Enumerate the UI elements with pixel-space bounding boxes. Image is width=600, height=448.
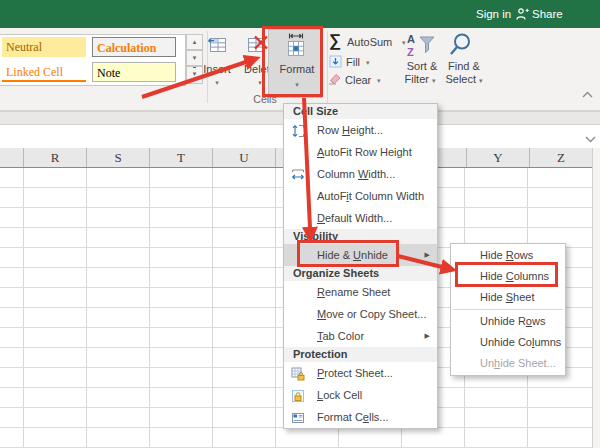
column-header-z[interactable]: Z bbox=[529, 148, 592, 167]
fill-icon bbox=[329, 54, 342, 72]
find-select-caret-icon: ▾ bbox=[479, 77, 483, 84]
menu-section-cell-size: Cell Size bbox=[284, 104, 437, 119]
find-select-icon bbox=[447, 31, 475, 63]
lock-cell-icon bbox=[291, 388, 305, 402]
gallery-scroll: ▴ ▾ ▾ bbox=[186, 34, 203, 84]
menu-item-rename-sheet[interactable]: Rename Sheet bbox=[284, 281, 437, 303]
menu-item-row-height[interactable]: Row Height... bbox=[284, 119, 437, 141]
menu-section-protection: Protection bbox=[284, 347, 437, 362]
menu-item-move-or-copy-sheet[interactable]: Move or Copy Sheet... bbox=[284, 303, 437, 325]
menu-item-lock-cell[interactable]: Lock Cell bbox=[284, 384, 437, 406]
share-person-icon bbox=[516, 7, 529, 24]
column-width-icon bbox=[291, 167, 305, 181]
menu-item-hide-unhide[interactable]: Hide & Unhide ▶ bbox=[284, 244, 437, 266]
menu-item-column-width[interactable]: Column Width... bbox=[284, 163, 437, 185]
clear-eraser-icon bbox=[327, 71, 343, 89]
menu-item-tab-color[interactable]: Tab Color ▶ bbox=[284, 325, 437, 347]
expand-formula-bar-icon[interactable] bbox=[585, 129, 596, 147]
flyout-arrow-icon: ▶ bbox=[425, 244, 430, 266]
column-header-r[interactable]: R bbox=[23, 148, 86, 167]
style-chip-linked-cell[interactable]: Linked Cell bbox=[2, 62, 86, 82]
column-header-u[interactable]: U bbox=[212, 148, 275, 167]
fill-button[interactable]: Fill bbox=[346, 56, 360, 68]
menu-item-protect-sheet[interactable]: Protect Sheet... bbox=[284, 362, 437, 384]
flyout-arrow-icon: ▶ bbox=[425, 325, 430, 347]
find-select-button[interactable]: Find & bbox=[442, 60, 486, 72]
vertical-scrollbar[interactable] bbox=[592, 148, 600, 448]
find-select-button-line2[interactable]: Select ▾ bbox=[440, 73, 488, 85]
svg-text:Z: Z bbox=[407, 46, 414, 58]
group-separator bbox=[327, 31, 328, 103]
fill-caret-icon[interactable]: ▾ bbox=[366, 59, 370, 67]
format-menu: Cell Size Row Height... AutoFit Row Heig… bbox=[283, 103, 438, 429]
sort-filter-button[interactable]: Sort & bbox=[400, 60, 444, 72]
submenu-item-hide-sheet[interactable]: Hide Sheet bbox=[451, 287, 565, 308]
sort-filter-button-line2[interactable]: Filter ▾ bbox=[398, 73, 442, 85]
insert-cells-icon bbox=[206, 33, 228, 63]
autosum-sigma-icon: ∑ bbox=[329, 31, 341, 51]
delete-cells-icon bbox=[246, 33, 270, 63]
menu-section-organize-sheets: Organize Sheets bbox=[284, 266, 437, 281]
style-chip-calculation[interactable]: Calculation bbox=[92, 37, 176, 57]
insert-caret-icon[interactable]: ▾ bbox=[195, 79, 239, 87]
column-header-y[interactable]: Y bbox=[466, 148, 529, 167]
sign-in-button[interactable]: Sign in bbox=[476, 7, 511, 21]
format-cells-size-icon bbox=[284, 31, 308, 65]
menu-item-autofit-row-height[interactable]: AutoFit Row Height bbox=[284, 141, 437, 163]
autosum-button[interactable]: AutoSum bbox=[347, 36, 392, 48]
share-button[interactable]: Share bbox=[532, 7, 563, 21]
submenu-item-unhide-sheet: Unhide Sheet... bbox=[451, 353, 565, 374]
insert-button[interactable]: Insert bbox=[195, 63, 239, 76]
submenu-item-unhide-columns[interactable]: Unhide Columns bbox=[451, 332, 565, 353]
style-chip-note[interactable]: Note bbox=[92, 62, 176, 82]
menu-section-visibility: Visibility bbox=[284, 229, 437, 244]
menu-item-autofit-column-width[interactable]: AutoFit Column Width bbox=[284, 185, 437, 207]
format-cells-dialog-icon bbox=[291, 410, 305, 424]
collapse-ribbon-icon[interactable] bbox=[582, 84, 593, 102]
sort-filter-caret-icon: ▾ bbox=[432, 77, 436, 84]
submenu-item-unhide-rows[interactable]: Unhide Rows bbox=[451, 311, 565, 332]
submenu-separator bbox=[453, 309, 563, 310]
column-header-s[interactable]: S bbox=[86, 148, 149, 167]
submenu-item-hide-columns[interactable]: Hide Columns bbox=[451, 266, 565, 287]
format-caret-icon[interactable]: ▾ bbox=[271, 81, 323, 89]
menu-item-format-cells[interactable]: Format Cells... bbox=[284, 406, 437, 428]
menu-item-default-width[interactable]: Default Width... bbox=[284, 207, 437, 229]
column-header-t[interactable]: T bbox=[149, 148, 212, 167]
style-chip-neutral[interactable]: Neutral bbox=[2, 37, 86, 57]
format-button-label[interactable]: Format bbox=[271, 63, 323, 76]
protect-sheet-icon bbox=[291, 366, 305, 380]
svg-text:A: A bbox=[407, 33, 415, 45]
excel-window: Sign in Share Neutral Calculation Linked… bbox=[0, 0, 600, 448]
submenu-item-hide-rows[interactable]: Hide Rows bbox=[451, 245, 565, 266]
row-height-icon bbox=[291, 123, 305, 137]
gallery-scroll-up-icon[interactable]: ▴ bbox=[186, 34, 203, 50]
clear-button[interactable]: Clear bbox=[345, 74, 371, 86]
clear-caret-icon[interactable]: ▾ bbox=[377, 77, 381, 85]
hide-unhide-submenu: Hide Rows Hide Columns Hide Sheet Unhide… bbox=[450, 243, 566, 376]
title-bar: Sign in Share bbox=[0, 0, 600, 28]
